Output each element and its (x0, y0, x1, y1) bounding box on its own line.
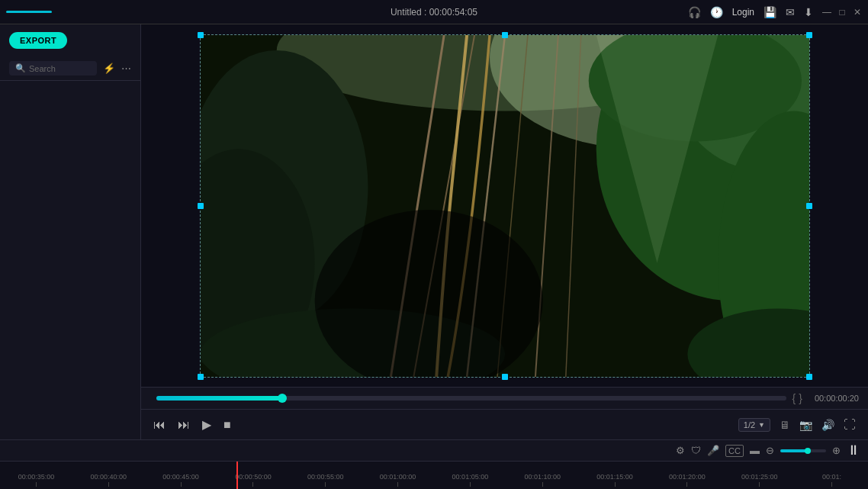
handle-top-left[interactable] (198, 32, 204, 38)
ruler-mark-10: 00:01:25:00 (723, 464, 796, 487)
ruler-label-3: 00:00:50:00 (235, 473, 272, 481)
ruler-tick-6 (470, 482, 471, 487)
skip-back-button[interactable]: ⏮ (153, 418, 166, 432)
login-button[interactable]: Login (732, 7, 754, 18)
play-button[interactable]: ▶ (202, 417, 211, 432)
zoom-out-icon[interactable]: ⊖ (766, 445, 774, 456)
svg-line-9 (391, 35, 444, 377)
clock-icon[interactable]: 🕐 (710, 6, 723, 18)
ruler-tick-11 (831, 482, 832, 487)
camera-icon[interactable]: 📷 (799, 419, 812, 431)
ruler-mark-1: 00:00:40:00 (72, 464, 145, 487)
titlebar-left (6, 11, 52, 13)
quality-value: 1/2 (744, 420, 755, 429)
ruler-mark-7: 00:01:10:00 (506, 464, 579, 487)
quality-arrow: ▼ (758, 421, 765, 429)
handle-bottom-middle[interactable] (502, 374, 508, 380)
ruler-mark-3: 00:00:50:00 (217, 464, 289, 487)
ruler-tick-8 (615, 482, 616, 487)
volume-icon[interactable]: 🔊 (821, 419, 834, 431)
svg-point-2 (276, 35, 733, 111)
shield-icon[interactable]: 🛡 (691, 445, 701, 456)
transport-left: ⏮ ⏭ ▶ ■ (153, 417, 231, 432)
ruler-mark-8: 00:01:15:00 (579, 464, 651, 487)
pause-frame-icon[interactable]: ⏸ (847, 442, 860, 458)
svg-point-7 (201, 149, 315, 377)
ruler-label-0: 00:00:35:00 (18, 473, 55, 481)
stop-button[interactable]: ■ (223, 418, 231, 432)
ruler-label-1: 00:00:40:00 (90, 473, 127, 481)
headphones-icon[interactable]: 🎧 (688, 6, 701, 18)
ruler-tick-10 (759, 482, 760, 487)
save-icon[interactable]: 💾 (764, 6, 776, 18)
svg-point-3 (596, 35, 809, 301)
handle-middle-right[interactable] (806, 203, 812, 209)
ruler-label-11: 00:01: (822, 473, 841, 481)
svg-point-4 (680, 35, 809, 172)
handle-top-middle[interactable] (502, 32, 508, 38)
ruler-tick-3 (252, 482, 253, 487)
search-input-wrap[interactable]: 🔍 (9, 61, 97, 76)
zoom-in-icon[interactable]: ⊕ (832, 445, 841, 456)
zoom-thumb (805, 448, 811, 454)
monitor-icon[interactable]: 🖥 (780, 419, 790, 431)
maximize-button[interactable]: □ (837, 8, 847, 17)
sidebar-top: EXPORT (0, 24, 140, 56)
svg-marker-16 (596, 35, 718, 263)
handle-bottom-left[interactable] (198, 374, 204, 380)
subtitle-icon[interactable]: ▬ (750, 445, 760, 456)
ruler-label-9: 00:01:20:00 (669, 473, 706, 481)
ruler-label-6: 00:01:05:00 (452, 473, 489, 481)
ruler-mark-4: 00:00:55:00 (289, 464, 362, 487)
step-back-button[interactable]: ⏭ (178, 418, 190, 432)
zoom-slider[interactable] (780, 449, 826, 452)
minimize-button[interactable]: — (822, 8, 831, 17)
handle-middle-left[interactable] (198, 203, 204, 209)
video-background (201, 35, 809, 377)
svg-point-6 (201, 50, 368, 323)
grid-icon[interactable]: ⋯ (121, 63, 131, 74)
window-controls: — □ ✕ (822, 8, 862, 17)
vines-overlay (201, 35, 809, 377)
progress-fill (156, 396, 282, 401)
svg-point-5 (588, 35, 801, 141)
time-display: 00:00:00:20 (815, 394, 859, 403)
ruler-label-8: 00:01:15:00 (596, 473, 633, 481)
close-button[interactable]: ✕ (853, 8, 862, 17)
video-container[interactable] (141, 24, 868, 387)
ruler-tick-1 (108, 482, 109, 487)
mail-icon[interactable]: ✉ (786, 6, 795, 18)
time-brackets: { } (792, 392, 802, 404)
export-button[interactable]: EXPORT (9, 32, 67, 49)
svg-point-1 (490, 35, 794, 149)
progress-thumb[interactable] (278, 394, 287, 403)
caption-icon[interactable]: CC (725, 445, 744, 457)
timeline-area: ⚙ 🛡 🎤 CC ▬ ⊖ ⊕ ⏸ 00:00:35:00 00:00:40:00… (0, 439, 868, 489)
svg-point-8 (201, 308, 505, 377)
transport-controls: ⏮ ⏭ ▶ ■ 1/2 ▼ 🖥 📷 🔊 ⛶ (141, 409, 868, 439)
ruler-mark-9: 00:01:20:00 (651, 464, 723, 487)
filter-icon[interactable]: ⚡ (103, 63, 115, 74)
ruler-mark-11: 00:01: (796, 464, 868, 487)
download-icon[interactable]: ⬇ (804, 6, 813, 18)
handle-top-right[interactable] (806, 32, 812, 38)
progress-bar[interactable] (156, 396, 786, 401)
svg-line-11 (467, 35, 505, 377)
handle-bottom-right[interactable] (806, 374, 812, 380)
timeline-ruler[interactable]: 00:00:35:00 00:00:40:00 00:00:45:00 00:0… (0, 462, 868, 489)
svg-line-12 (497, 35, 528, 377)
ruler-tick-5 (397, 482, 398, 487)
ruler-label-10: 00:01:25:00 (741, 473, 778, 481)
svg-line-14 (565, 35, 580, 377)
ruler-mark-2: 00:00:45:00 (145, 464, 217, 487)
gear-icon[interactable]: ⚙ (676, 445, 685, 456)
svg-point-17 (718, 111, 809, 376)
fullscreen-icon[interactable]: ⛶ (844, 418, 856, 432)
svg-point-18 (687, 308, 809, 377)
ruler-label-2: 00:00:45:00 (162, 473, 199, 481)
timeline-toolbar: ⚙ 🛡 🎤 CC ▬ ⊖ ⊕ ⏸ (0, 440, 868, 462)
ruler-tick-2 (181, 482, 182, 487)
search-input[interactable] (29, 64, 90, 73)
mic-icon[interactable]: 🎤 (707, 445, 719, 456)
quality-select[interactable]: 1/2 ▼ (738, 418, 770, 432)
